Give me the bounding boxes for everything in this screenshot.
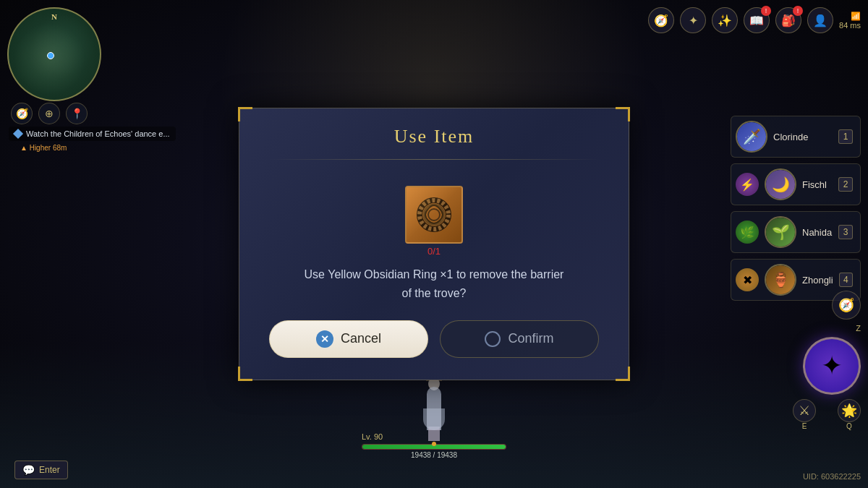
modal-overlay: Use Item 0/1 Use <box>0 0 868 488</box>
item-ring-svg <box>414 194 454 235</box>
confirm-circle-icon <box>485 331 501 347</box>
cancel-x-icon: ✕ <box>316 330 333 348</box>
modal-message-line2: of the trove? <box>402 287 467 299</box>
svg-point-1 <box>420 200 448 229</box>
corner-br <box>613 364 630 381</box>
use-item-modal: Use Item 0/1 Use <box>239 108 629 380</box>
confirm-label: Confirm <box>508 331 553 346</box>
modal-footer: ✕ Cancel Confirm <box>239 320 629 380</box>
corner-tr <box>613 107 630 124</box>
item-icon-container: 0/1 <box>405 186 463 244</box>
item-icon <box>405 186 463 244</box>
modal-message-line1: Use Yellow Obsidian Ring ×1 to remove th… <box>305 268 564 281</box>
modal-message: Use Yellow Obsidian Ring ×1 to remove th… <box>305 265 564 302</box>
corner-bl <box>238 364 255 381</box>
cancel-button[interactable]: ✕ Cancel <box>269 320 428 358</box>
svg-point-3 <box>428 209 440 221</box>
corner-tl <box>238 107 255 124</box>
modal-title: Use Item <box>268 126 600 147</box>
modal-header: Use Item <box>239 108 629 171</box>
cancel-label: Cancel <box>341 331 381 346</box>
svg-point-0 <box>420 200 448 229</box>
svg-point-2 <box>424 205 444 225</box>
modal-body: 0/1 Use Yellow Obsidian Ring ×1 to remov… <box>239 171 629 320</box>
confirm-button[interactable]: Confirm <box>440 320 599 358</box>
item-count: 0/1 <box>427 246 441 257</box>
